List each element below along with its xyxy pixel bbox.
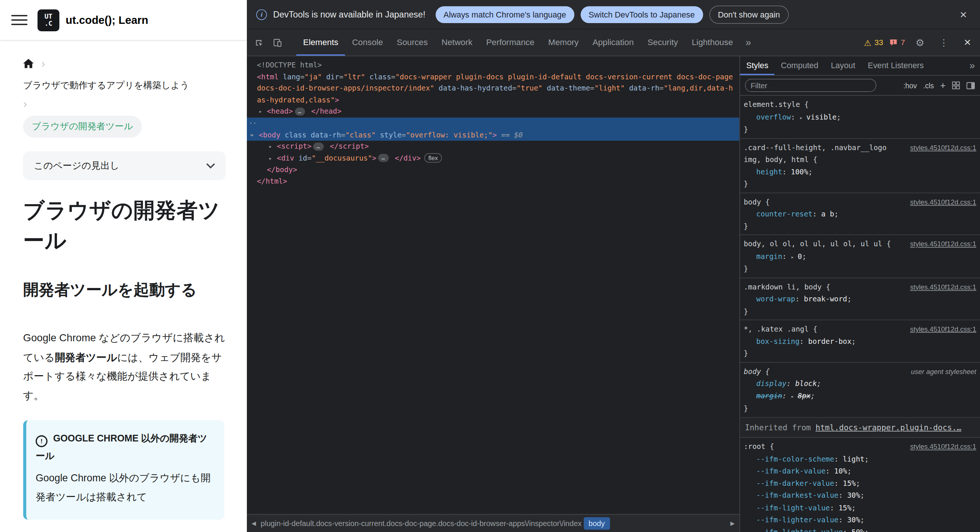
devtools-close-icon[interactable]: ×: [959, 34, 976, 51]
toc-label: このページの見出し: [34, 160, 119, 172]
devtools-tab-elements[interactable]: Elements: [296, 29, 345, 56]
filter-input[interactable]: [745, 79, 876, 92]
toc-collapse-button[interactable]: このページの見出し: [23, 151, 226, 180]
flex-badge[interactable]: flex: [425, 153, 442, 162]
shorthand-expand-icon[interactable]: ▸: [791, 254, 797, 260]
elements-panel: <!DOCTYPE html><html lang="ja" dir="ltr"…: [247, 56, 740, 532]
dom-tree-line[interactable]: ▸<head>… </head>: [247, 106, 740, 117]
devtools-tab-application[interactable]: Application: [586, 29, 641, 56]
dom-breadcrumb-selected[interactable]: body: [584, 517, 610, 530]
device-toolbar-icon[interactable]: [269, 34, 286, 51]
dom-tree-line[interactable]: </body>: [247, 164, 740, 175]
warnings-counter[interactable]: ⚠ 33: [864, 38, 883, 46]
css-property[interactable]: --ifm-lightest-value: 50%;: [744, 526, 976, 532]
rule-selector[interactable]: .card--full-height, .navbar__logo img, b…: [744, 143, 886, 164]
css-property[interactable]: counter-reset: a b;: [744, 208, 976, 221]
css-property[interactable]: margin: ▸ 0;: [744, 250, 976, 263]
rule-selector[interactable]: :root {: [744, 442, 774, 451]
site-title[interactable]: ut.code(); Learn: [65, 13, 148, 27]
css-property[interactable]: --ifm-darkest-value: 30%;: [744, 489, 976, 502]
rule-selector[interactable]: body {: [744, 366, 770, 376]
sidebar-tab-layout[interactable]: Layout: [825, 56, 862, 75]
rule-selector[interactable]: .markdown li, body {: [744, 282, 830, 291]
stylesheet-link[interactable]: styles.4510f12d.css:1: [910, 142, 976, 154]
dom-tree-line[interactable]: ▸<div id="__docusaurus">… </div>flex: [247, 152, 740, 164]
inherited-element-link[interactable]: html.docs-wrapper.plugin-docs.…: [815, 422, 961, 432]
always-match-language-button[interactable]: Always match Chrome's language: [435, 6, 574, 23]
rule-selector[interactable]: element.style {: [744, 100, 808, 109]
hamburger-menu-icon[interactable]: [11, 13, 27, 27]
css-property[interactable]: --ifm-lighter-value: 30%;: [744, 514, 976, 526]
dom-tree: <!DOCTYPE html><html lang="ja" dir="ltr"…: [247, 56, 740, 514]
css-property[interactable]: --ifm-darker-value: 15%;: [744, 478, 976, 490]
more-panels-icon[interactable]: »: [740, 29, 757, 56]
inline-expand-icon[interactable]: …: [313, 142, 324, 151]
element-state-toggle[interactable]: :hov: [903, 81, 917, 89]
expand-arrow-icon[interactable]: ▸: [269, 152, 277, 164]
devtools-tab-sources[interactable]: Sources: [390, 29, 434, 56]
grid-overlay-icon[interactable]: [952, 81, 960, 89]
rule-selector[interactable]: *, .katex .angl {: [744, 325, 817, 333]
page-content: › ブラウザで動作するアプリを構築しよう › ブラウザの開発者ツール このページ…: [0, 40, 247, 519]
inline-expand-icon[interactable]: …: [295, 108, 305, 116]
site-logo[interactable]: UT .C: [38, 9, 60, 31]
css-property[interactable]: box-sizing: border-box;: [744, 336, 976, 348]
devtools-tab-console[interactable]: Console: [345, 29, 390, 56]
crumb-scroll-left-icon[interactable]: ◀: [247, 514, 261, 532]
inspect-element-icon[interactable]: [250, 34, 267, 51]
crumb-scroll-right-icon[interactable]: ▶: [726, 514, 740, 532]
kebab-menu-icon[interactable]: ⋮: [935, 34, 953, 51]
dom-breadcrumb-path[interactable]: plugin-id-default.docs-version-current.d…: [261, 519, 582, 528]
sidebar-tab-styles[interactable]: Styles: [740, 56, 775, 75]
stylesheet-link[interactable]: styles.4510f12d.css:1: [910, 281, 976, 293]
css-property[interactable]: word-wrap: break-word;: [744, 293, 976, 306]
dom-tree-line[interactable]: ···▾<body class data-rh="class" style="o…: [247, 118, 740, 141]
devtools-tab-network[interactable]: Network: [434, 29, 479, 56]
settings-gear-icon[interactable]: ⚙: [911, 34, 929, 51]
class-toggle[interactable]: .cls: [923, 81, 934, 89]
rule-selector[interactable]: body, ol ol, ol ul, ul ol, ul ul {: [744, 239, 891, 248]
devtools-tab-memory[interactable]: Memory: [541, 29, 586, 56]
css-property[interactable]: height: 100%;: [744, 166, 976, 178]
switch-to-japanese-button[interactable]: Switch DevTools to Japanese: [581, 6, 703, 23]
shorthand-expand-icon[interactable]: ▸: [791, 393, 797, 399]
css-property[interactable]: --ifm-light-value: 15%;: [744, 502, 976, 514]
screenshot-viewport: UT .C ut.code(); Learn › ブラウザで動作するアプリを構築…: [0, 0, 980, 532]
stylesheet-link[interactable]: styles.4510f12d.css:1: [910, 239, 976, 251]
dont-show-again-button[interactable]: Don't show again: [709, 5, 789, 24]
layout-toggle-icon[interactable]: [966, 81, 975, 89]
rule-selector[interactable]: body {: [744, 198, 770, 206]
expand-arrow-icon[interactable]: ▸: [269, 141, 277, 152]
dom-tree-line[interactable]: </html>: [247, 176, 740, 187]
issues-counter[interactable]: 7: [889, 38, 905, 46]
admonition-body: Google Chrome 以外のブラウザにも開発者ツールは搭載されて: [36, 469, 215, 506]
dom-tree-line[interactable]: <html lang="ja" dir="ltr" class="docs-wr…: [247, 71, 740, 106]
home-icon[interactable]: [23, 59, 34, 68]
css-property[interactable]: margin: ▸ 8px;: [744, 390, 976, 403]
shorthand-expand-icon[interactable]: ▸: [799, 114, 806, 120]
css-property[interactable]: display: block;: [744, 378, 976, 390]
css-property[interactable]: --ifm-dark-value: 10%;: [744, 465, 976, 478]
dom-tree-line[interactable]: ▸<script>… </script>: [247, 141, 740, 152]
breadcrumb-current-badge[interactable]: ブラウザの開発者ツール: [23, 116, 142, 138]
stylesheet-link[interactable]: styles.4510f12d.css:1: [910, 323, 976, 336]
stylesheet-link[interactable]: styles.4510f12d.css:1: [910, 441, 976, 453]
breadcrumb-section-link[interactable]: ブラウザで動作するアプリを構築しよう: [23, 79, 226, 92]
expand-arrow-icon[interactable]: ▸: [259, 106, 267, 117]
warning-count: 33: [875, 38, 883, 46]
intro-paragraph: Google Chrome などのブラウザに搭載されている開発者ツールには、ウェ…: [23, 328, 227, 405]
css-property[interactable]: --ifm-color-scheme: light;: [744, 453, 976, 465]
sidebar-more-tabs-icon[interactable]: »: [964, 56, 980, 75]
sidebar-tab-computed[interactable]: Computed: [775, 56, 824, 75]
dom-tree-line[interactable]: <!DOCTYPE html>: [247, 59, 740, 71]
collapse-arrow-icon[interactable]: ▾: [251, 129, 259, 141]
infobar-close-icon[interactable]: ×: [956, 9, 971, 21]
inline-expand-icon[interactable]: …: [378, 154, 389, 162]
stylesheet-link[interactable]: styles.4510f12d.css:1: [910, 196, 976, 208]
devtools-tab-performance[interactable]: Performance: [479, 29, 541, 56]
sidebar-tab-event-listeners[interactable]: Event Listeners: [862, 56, 930, 75]
devtools-tab-security[interactable]: Security: [640, 29, 685, 56]
devtools-tab-lighthouse[interactable]: Lighthouse: [685, 29, 740, 56]
css-property[interactable]: overflow: ▸ visible;: [744, 111, 976, 124]
new-style-rule-icon[interactable]: +: [940, 81, 946, 90]
